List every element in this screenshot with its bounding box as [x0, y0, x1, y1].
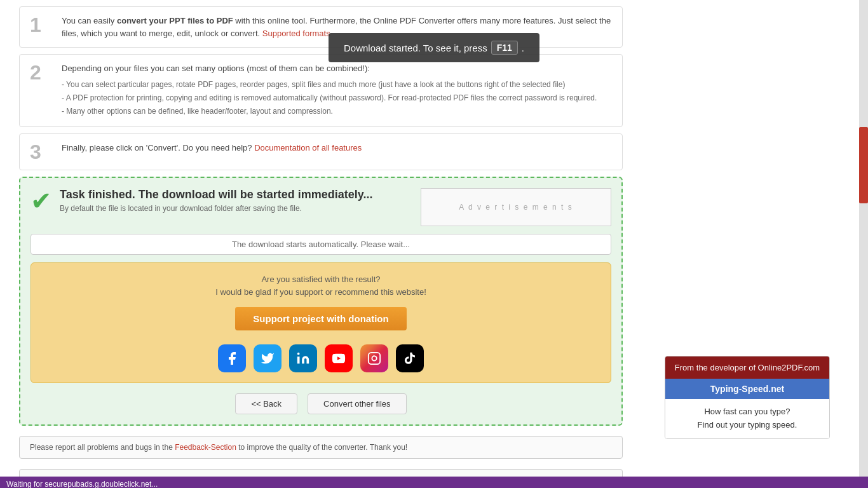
task-title: Task finished. The download will be star… [60, 188, 372, 201]
download-toast: Download started. To see it, press F11 . [329, 33, 539, 62]
step-2-block: 2 Depending on your files you can set ma… [19, 54, 623, 127]
tiktok-icon[interactable] [396, 344, 424, 372]
linkedin-icon[interactable] [289, 344, 317, 372]
svg-rect-2 [369, 353, 380, 364]
dev-box-header: From the developer of Online2PDF.com [665, 356, 829, 379]
scrollbar-thumb[interactable] [859, 127, 868, 203]
step-2-text: Depending on your files you can set many… [62, 62, 597, 119]
supported-formats-link[interactable]: Supported formats [262, 29, 330, 38]
task-header: ✔ Task finished. The download will be st… [31, 188, 611, 226]
toast-text-before: Download started. To see it, press [344, 43, 487, 53]
step-3-text: Finally, please click on 'Convert'. Do y… [62, 142, 362, 154]
task-ads-placeholder: A d v e r t i s e m e n t s [421, 188, 611, 226]
right-sidebar: From the developer of Online2PDF.com Typ… [665, 356, 830, 439]
status-bar: Waiting for securepubads.g.doubleclick.n… [0, 477, 868, 488]
youtube-icon[interactable] [325, 344, 353, 372]
feedback-link[interactable]: Feedback-Section [175, 443, 236, 452]
step-2-list: - You can select particular pages, rotat… [62, 79, 597, 117]
facebook-icon[interactable] [218, 344, 246, 372]
scrollbar[interactable] [859, 0, 868, 488]
satisfaction-box: Are you satisfied with the result? I wou… [31, 262, 611, 384]
main-content: 1 You can easily convert your PPT files … [19, 0, 623, 488]
toast-key: F11 [491, 41, 518, 55]
convert-other-files-button[interactable]: Convert other files [308, 393, 407, 414]
back-button[interactable]: << Back [235, 393, 297, 414]
task-finished-box: ✔ Task finished. The download will be st… [19, 177, 623, 426]
checkmark-icon: ✔ [31, 188, 52, 214]
step-2-bullet-1: - You can select particular pages, rotat… [62, 79, 597, 90]
dev-box: From the developer of Online2PDF.com Typ… [665, 356, 830, 439]
step-1-number: 1 [30, 15, 55, 35]
step-2-bullet-3: - Many other options can be defined, lik… [62, 105, 597, 117]
step-2-number: 2 [30, 62, 55, 83]
task-header-left: ✔ Task finished. The download will be st… [31, 188, 372, 214]
satisfaction-text: Are you satisfied with the result? I wou… [41, 273, 600, 300]
instagram-icon[interactable] [360, 344, 388, 372]
twitter-icon[interactable] [254, 344, 281, 372]
feedback-bar: Please report all problems and bugs in t… [19, 436, 623, 459]
status-text: Waiting for securepubads.g.doubleclick.n… [6, 480, 158, 488]
action-buttons: << Back Convert other files [31, 393, 611, 414]
step-2-bullet-2: - A PDF protection for printing, copying… [62, 92, 597, 104]
svg-point-0 [297, 353, 300, 355]
download-bar: The download starts automatically. Pleas… [31, 234, 611, 255]
step-3-block: 3 Finally, please click on 'Convert'. Do… [19, 133, 623, 170]
donate-button[interactable]: Support project with donation [235, 307, 406, 330]
page-wrapper: Download started. To see it, press F11 .… [0, 0, 868, 488]
dev-box-link[interactable]: Typing-Speed.net [665, 379, 829, 399]
task-title-block: Task finished. The download will be star… [60, 188, 372, 213]
dev-box-text: How fast can you type? Find out your typ… [665, 399, 829, 438]
social-icons-row [41, 344, 600, 372]
step-3-number: 3 [30, 142, 55, 162]
task-subtitle: By default the file is located in your d… [60, 204, 372, 213]
documentation-link[interactable]: Documentation of all features [254, 143, 362, 152]
toast-text-after: . [522, 43, 524, 53]
